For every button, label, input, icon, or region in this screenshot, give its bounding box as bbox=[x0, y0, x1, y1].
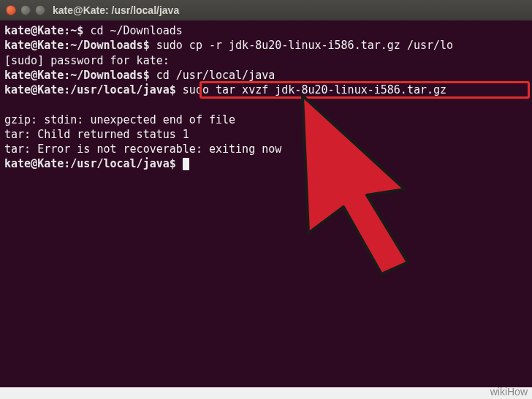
terminal-line: kate@Kate:~/Downloads$ cd /usr/local/jav… bbox=[4, 68, 528, 83]
terminal-line: kate@Kate:/usr/local/java$ bbox=[4, 156, 528, 171]
watermark: wikiHow bbox=[490, 386, 528, 398]
terminal-line: kate@Kate:/usr/local/java$ sudo tar xvzf… bbox=[4, 83, 528, 97]
cursor bbox=[183, 158, 189, 170]
terminal-line: tar: Child returned status 1 bbox=[4, 127, 528, 142]
terminal-line: gzip: stdin: unexpected end of file bbox=[4, 113, 528, 127]
command: cd ~/Downloads bbox=[83, 24, 182, 37]
command bbox=[176, 157, 183, 170]
prompt: kate@Kate:~/Downloads$ bbox=[4, 39, 150, 52]
terminal-line: kate@Kate:~/Downloads$ sudo cp -r jdk-8u… bbox=[4, 38, 528, 53]
output-text: [sudo] password for kate: bbox=[4, 54, 170, 67]
terminal-line: [sudo] password for kate: bbox=[4, 53, 528, 68]
terminal-line: kate@Kate:~$ cd ~/Downloads bbox=[4, 23, 528, 38]
prompt: kate@Kate:/usr/local/java$ bbox=[4, 83, 176, 96]
minimize-button[interactable] bbox=[20, 5, 31, 15]
command: sudo tar xvzf jdk-8u20-linux-i586.tar.gz bbox=[176, 83, 446, 96]
output-text: tar: Child returned status 1 bbox=[4, 128, 189, 141]
output-text: tar: Error is not recoverable: exiting n… bbox=[4, 142, 281, 156]
output-text: gzip: stdin: unexpected end of file bbox=[4, 113, 235, 126]
titlebar: kate@Kate: /usr/local/java bbox=[0, 0, 532, 20]
window-buttons bbox=[6, 5, 45, 15]
command: sudo cp -r jdk-8u20-linux-i586.tar.gz /u… bbox=[150, 39, 453, 52]
window-title: kate@Kate: /usr/local/java bbox=[53, 4, 179, 16]
prompt: kate@Kate:~/Downloads$ bbox=[4, 69, 150, 82]
maximize-button[interactable] bbox=[35, 5, 45, 15]
close-button[interactable] bbox=[6, 5, 16, 15]
blank-line bbox=[4, 97, 528, 112]
terminal-window: kate@Kate: /usr/local/java kate@Kate:~$ … bbox=[0, 0, 532, 387]
terminal-line: tar: Error is not recoverable: exiting n… bbox=[4, 142, 528, 156]
command: cd /usr/local/java bbox=[150, 69, 276, 82]
prompt: kate@Kate:~$ bbox=[4, 24, 83, 37]
prompt: kate@Kate:/usr/local/java$ bbox=[4, 157, 176, 170]
terminal-body[interactable]: kate@Kate:~$ cd ~/Downloadskate@Kate:~/D… bbox=[0, 20, 532, 387]
